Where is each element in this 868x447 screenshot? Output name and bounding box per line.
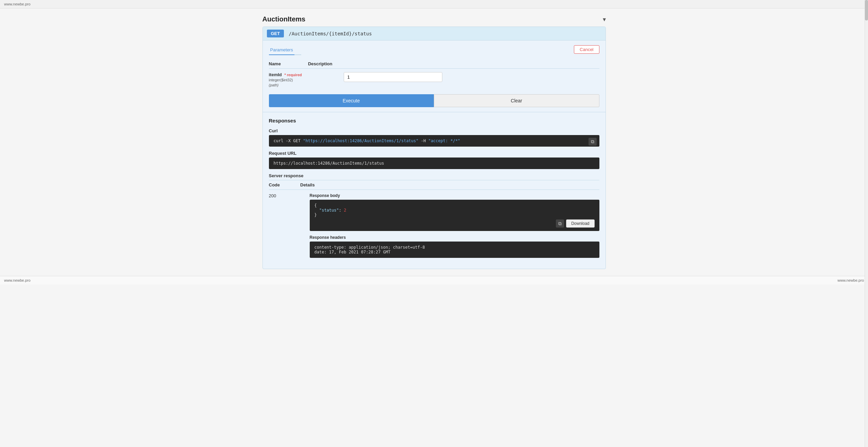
curl-url: "https://localhost:14286/AuctionItems/1/… — [303, 138, 419, 143]
curl-label: Curl — [269, 128, 599, 133]
params-table-header: Name Description — [269, 61, 599, 69]
required-badge: * required — [284, 73, 302, 77]
response-row-200: 200 Response body { "status": 2 } ⧉ Down… — [269, 190, 599, 265]
curl-block: curl -X GET "https://localhost:14286/Auc… — [269, 135, 599, 147]
responses-section: Responses Curl curl -X GET "https://loca… — [263, 112, 606, 269]
request-url-value: https://localhost:14286/AuctionItems/1/s… — [274, 161, 384, 166]
responses-title: Responses — [269, 118, 599, 123]
endpoint-path: /AuctionItems/{itemId}/status — [289, 31, 372, 36]
scrollbar-thumb[interactable] — [865, 0, 868, 20]
scrollbar-track[interactable] — [865, 0, 868, 284]
curl-command: curl -X GET — [274, 138, 303, 143]
browser-bar: www.newbe.pro — [0, 0, 868, 9]
param-location: (path) — [269, 83, 279, 87]
json-value-status: 2 — [344, 208, 346, 213]
response-body-label: Response body — [310, 193, 599, 198]
param-name: itemId — [269, 72, 282, 77]
method-badge: GET — [267, 30, 284, 37]
footer-right: www.newbe.pro — [837, 278, 864, 282]
param-name-col: itemId * required integer($int32) (path) — [269, 72, 337, 87]
param-type: integer($int32) — [269, 78, 293, 82]
main-container: AuctionItems ▾ GET /AuctionItems/{itemId… — [256, 9, 613, 276]
curl-header-value: "accept: */*" — [428, 138, 460, 143]
col-description-header: Description — [308, 61, 333, 66]
api-endpoint-row: GET /AuctionItems/{itemId}/status — [263, 27, 606, 40]
response-details: Response body { "status": 2 } ⧉ Download… — [310, 193, 599, 262]
request-url-block: https://localhost:14286/AuctionItems/1/s… — [269, 158, 599, 169]
response-table: Code Details 200 Response body { "status… — [269, 180, 599, 265]
browser-url: www.newbe.pro — [4, 2, 31, 6]
itemId-input[interactable] — [344, 72, 442, 82]
json-open-brace: { — [314, 203, 317, 208]
date-header: date: 17, Feb 2021 07:28:27 GMT — [314, 250, 391, 254]
code-col-header: Code — [269, 182, 280, 187]
json-close-brace: } — [314, 213, 317, 217]
clear-button[interactable]: Clear — [434, 94, 599, 107]
response-headers-label: Response headers — [310, 235, 599, 240]
action-buttons: Execute Clear — [269, 94, 599, 107]
params-header-row: Parameters Cancel — [269, 45, 599, 60]
footer-left: www.newbe.pro — [4, 278, 31, 282]
copy-response-button[interactable]: ⧉ — [556, 219, 564, 228]
section-title: AuctionItems — [262, 15, 306, 23]
api-box: GET /AuctionItems/{itemId}/status Parame… — [262, 27, 606, 269]
response-headers-block: content-type: application/json; charset=… — [310, 242, 599, 258]
params-section: Parameters Cancel Name Description itemI… — [263, 40, 606, 112]
response-body-block: { "status": 2 } ⧉ Download — [310, 200, 599, 231]
param-row-itemId: itemId * required integer($int32) (path) — [269, 72, 599, 87]
content-type-header: content-type: application/json; charset=… — [314, 245, 425, 250]
server-response-label: Server response — [269, 173, 599, 178]
execute-button[interactable]: Execute — [269, 94, 434, 107]
response-table-header: Code Details — [269, 180, 599, 190]
copy-curl-button[interactable]: ⧉ — [589, 138, 597, 146]
response-code-200: 200 — [269, 193, 289, 262]
cancel-button[interactable]: Cancel — [574, 45, 599, 54]
tab-parameters[interactable]: Parameters — [269, 45, 294, 55]
params-tabs: Parameters — [269, 45, 301, 55]
section-header: AuctionItems ▾ — [262, 15, 606, 23]
chevron-down-icon[interactable]: ▾ — [603, 16, 606, 23]
download-button[interactable]: Download — [566, 219, 594, 228]
request-url-label: Request URL — [269, 151, 599, 156]
details-col-header: Details — [300, 182, 315, 187]
json-colon: : — [339, 208, 344, 213]
response-body-actions: ⧉ Download — [314, 219, 595, 228]
curl-flag: -H — [419, 138, 428, 143]
json-key-status: "status" — [314, 208, 339, 213]
col-name-header: Name — [269, 61, 281, 66]
bottom-bar: www.newbe.pro www.newbe.pro — [0, 276, 868, 284]
